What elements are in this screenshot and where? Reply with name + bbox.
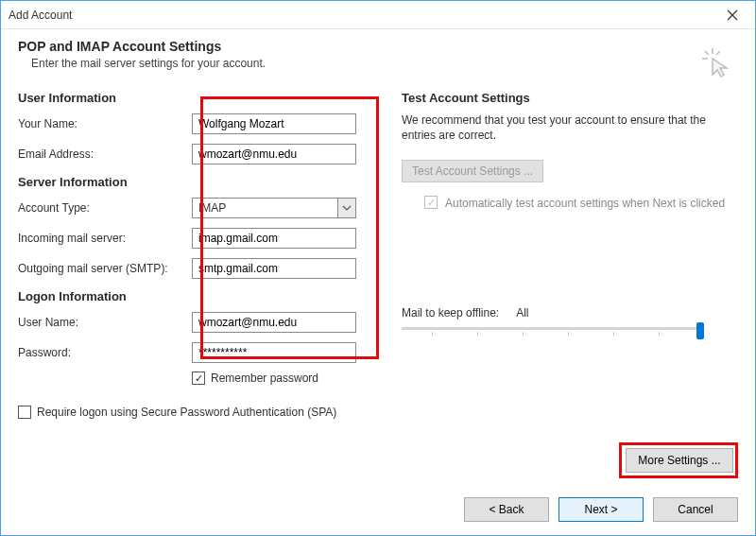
row-account-type: Account Type: IMAP [18, 197, 375, 219]
auto-test-label: Automatically test account settings when… [445, 196, 725, 211]
row-username: User Name: [18, 311, 375, 334]
mail-offline-value: All [516, 306, 528, 320]
label-account-type: Account Type: [18, 201, 192, 215]
auto-test-row: ✓ Automatically test account settings wh… [424, 196, 738, 211]
back-button[interactable]: < Back [464, 497, 549, 522]
remember-password-checkbox[interactable]: ✓ [192, 372, 205, 385]
close-icon [727, 9, 738, 21]
add-account-dialog: Add Account POP and IMAP Account Setting… [0, 0, 756, 536]
mail-offline-row: Mail to keep offline: All [402, 306, 738, 320]
remember-password-label: Remember password [211, 372, 318, 385]
cursor-icon [700, 46, 732, 81]
auto-test-checkbox: ✓ [424, 196, 438, 209]
header-subtitle: Enter the mail server settings for your … [31, 57, 738, 70]
section-user-info: User Information [18, 91, 375, 105]
label-username: User Name: [18, 316, 192, 329]
window-title: Add Account [9, 9, 72, 22]
right-column: Test Account Settings We recommend that … [402, 91, 738, 419]
label-your-name: Your Name: [18, 117, 192, 130]
test-account-settings-button[interactable]: Test Account Settings ... [402, 160, 543, 182]
section-logon-info: Logon Information [18, 289, 375, 303]
account-type-dropdown-button[interactable] [337, 198, 356, 218]
account-type-select[interactable]: IMAP [192, 198, 356, 218]
next-button[interactable]: Next > [558, 497, 644, 522]
incoming-input[interactable] [192, 228, 356, 249]
remember-password-row: ✓ Remember password [192, 372, 375, 385]
account-type-value: IMAP [192, 198, 337, 218]
spa-row: Require logon using Secure Password Auth… [18, 406, 375, 419]
username-input[interactable] [192, 312, 356, 333]
dialog-footer: < Back Next > Cancel [464, 497, 738, 522]
section-test-settings: Test Account Settings [402, 91, 738, 105]
row-password: Password: [18, 341, 375, 364]
cancel-button[interactable]: Cancel [653, 497, 738, 522]
row-outgoing: Outgoing mail server (SMTP): [18, 257, 375, 280]
slider-ticks [402, 330, 704, 336]
row-your-name: Your Name: [18, 112, 375, 135]
section-server-info: Server Information [18, 175, 375, 189]
spa-label: Require logon using Secure Password Auth… [37, 406, 336, 419]
outgoing-input[interactable] [192, 258, 356, 279]
row-incoming: Incoming mail server: [18, 227, 375, 250]
label-email: Email Address: [18, 147, 192, 161]
chevron-down-icon [342, 205, 352, 211]
spa-checkbox[interactable] [18, 406, 31, 419]
mail-offline-label: Mail to keep offline: [402, 306, 499, 320]
row-email: Email Address: [18, 143, 375, 165]
svg-line-3 [716, 51, 720, 55]
left-column: User Information Your Name: Email Addres… [18, 91, 375, 419]
label-incoming: Incoming mail server: [18, 232, 192, 245]
close-button[interactable] [713, 2, 751, 28]
header-title: POP and IMAP Account Settings [18, 39, 738, 54]
email-input[interactable] [192, 144, 356, 164]
svg-line-2 [705, 51, 709, 55]
test-description: We recommend that you test your account … [402, 112, 738, 143]
password-input[interactable] [192, 342, 356, 363]
your-name-input[interactable] [192, 113, 356, 134]
dialog-header: POP and IMAP Account Settings Enter the … [1, 29, 755, 85]
label-outgoing: Outgoing mail server (SMTP): [18, 262, 192, 275]
more-settings-button[interactable]: More Settings ... [626, 448, 733, 473]
label-password: Password: [18, 346, 192, 359]
titlebar: Add Account [1, 1, 755, 29]
dialog-body: User Information Your Name: Email Addres… [1, 85, 755, 419]
